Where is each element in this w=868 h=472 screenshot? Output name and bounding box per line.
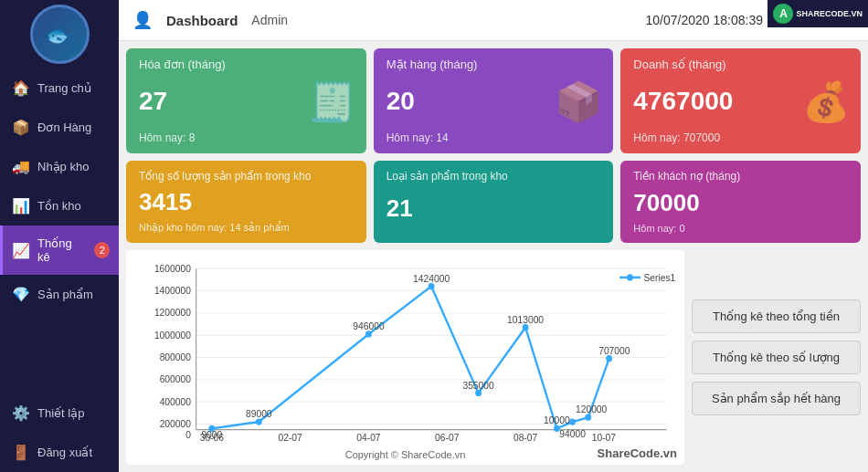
sidebar-item-label: Thống kê (37, 236, 83, 264)
svg-point-25 (256, 418, 262, 425)
main-panel: 👤 Dashboard Admin 10/07/2020 18:08:39 A … (119, 0, 868, 472)
copyright: Copyright © ShareCode.vn (345, 449, 466, 460)
svg-text:02-07: 02-07 (278, 431, 302, 442)
sharecode-label: ShareCode.vn (598, 446, 677, 460)
card2-sub: Nhập kho hôm nay: 14 sản phẩm (139, 222, 354, 234)
inventory-icon: 📊 (12, 197, 30, 215)
sidebar-item-label: Đăng xuất (37, 446, 92, 459)
svg-point-27 (429, 283, 435, 289)
stats-row-2: Tổng số lượng sản phẩm trong kho 3415 Nh… (126, 161, 861, 243)
btn-quantity[interactable]: Thống kê theo số lượng (692, 341, 861, 374)
svg-text:9000: 9000 (201, 429, 222, 440)
header-datetime: 10/07/2020 18:08:39 (646, 13, 763, 27)
svg-text:600000: 600000 (160, 373, 191, 384)
bottom-section: 1600000 1400000 1200000 1000000 800000 6… (126, 250, 861, 465)
logo-circle: 🐟 (30, 5, 90, 64)
svg-text:06-07: 06-07 (435, 431, 459, 442)
sidebar-item-products[interactable]: 💎 Sản phẩm (0, 275, 119, 314)
sidebar-item-label: Nhập kho (37, 160, 89, 173)
content: Hóa đơn (tháng) 27 Hôm nay: 8 🧾 Mặt hàng… (119, 41, 868, 472)
svg-point-29 (523, 324, 529, 330)
stat-card2: Tiền khách nợ (tháng) 70000 Hôm nay: 0 (620, 161, 861, 243)
sidebar-item-label: Thiết lập (37, 406, 84, 420)
sidebar-bottom-items: ⚙️ Thiết lập🚪 Đăng xuất (0, 393, 119, 472)
svg-point-32 (585, 414, 591, 421)
sidebar-item-stats[interactable]: 📈 Thống kê 2 (0, 226, 119, 275)
card2-title: Tiền khách nợ (tháng) (633, 170, 848, 183)
sidebar-item-settings[interactable]: ⚙️ Thiết lập (0, 393, 119, 433)
stats-row-1: Hóa đơn (tháng) 27 Hôm nay: 8 🧾 Mặt hàng… (126, 48, 861, 153)
sidebar-item-label: Sản phẩm (37, 288, 93, 301)
stat-card: Hóa đơn (tháng) 27 Hôm nay: 8 🧾 (126, 48, 366, 153)
brand-name: SHARECODE.VN (796, 9, 863, 18)
card-title: Mặt hàng (tháng) (386, 58, 601, 71)
revenue-chart: 1600000 1400000 1200000 1000000 800000 6… (133, 257, 677, 457)
user-icon: 👤 (132, 10, 153, 30)
sidebar-items: 🏠 Trang chủ 📦 Đơn Hàng 🚚 Nhập kho 📊 Tồn … (0, 68, 119, 314)
logout-icon: 🚪 (12, 444, 30, 461)
header-title: Dashboard (166, 13, 238, 28)
card2-value: 70000 (633, 189, 848, 217)
svg-text:120000: 120000 (576, 404, 607, 414)
svg-text:355000: 355000 (462, 379, 493, 390)
svg-text:Series1: Series1 (643, 271, 675, 282)
card2-title: Loại sản phẩm trong kho (386, 170, 601, 183)
sidebar-item-label: Tồn kho (37, 199, 81, 213)
svg-point-33 (606, 355, 612, 362)
btn-total-money[interactable]: Thống kê theo tổng tiền (692, 299, 861, 333)
stat-card2: Loại sản phẩm trong kho 21 (374, 161, 614, 243)
buttons-panel: Thống kê theo tổng tiềnThống kê theo số … (692, 250, 861, 465)
sidebar-item-inventory[interactable]: 📊 Tồn kho (0, 186, 119, 226)
chart-area: 1600000 1400000 1200000 1000000 800000 6… (126, 250, 684, 465)
svg-text:1400000: 1400000 (154, 285, 191, 296)
svg-text:89000: 89000 (246, 408, 272, 419)
stat-card: Mặt hàng (tháng) 20 Hôm nay: 14 📦 (374, 48, 614, 153)
svg-point-45 (627, 274, 633, 280)
svg-text:94000: 94000 (559, 428, 586, 439)
svg-text:08-07: 08-07 (513, 431, 537, 442)
badge: 2 (94, 242, 110, 258)
svg-text:1200000: 1200000 (154, 307, 191, 318)
settings-icon: ⚙️ (12, 404, 30, 422)
card-icon: 📦 (555, 79, 602, 123)
header-admin: Admin (251, 13, 288, 27)
sidebar: 🐟 🏠 Trang chủ 📦 Đơn Hàng 🚚 Nhập kho 📊 Tồ… (0, 0, 119, 472)
products-icon: 💎 (12, 286, 30, 303)
svg-text:707000: 707000 (598, 345, 630, 356)
card-title: Hóa đơn (tháng) (139, 58, 354, 71)
svg-text:1000000: 1000000 (154, 330, 191, 341)
orders-icon: 📦 (12, 119, 30, 136)
stat-card: Doanh số (tháng) 4767000 Hôm nay: 707000… (620, 48, 861, 153)
card-icon: 🧾 (308, 79, 355, 123)
svg-text:1013000: 1013000 (507, 313, 544, 324)
svg-point-31 (569, 418, 576, 425)
svg-point-28 (475, 390, 482, 396)
logo-icon: 🐟 (46, 22, 73, 47)
svg-point-26 (365, 330, 372, 337)
card2-title: Tổng số lượng sản phẩm trong kho (139, 170, 354, 183)
header: 👤 Dashboard Admin 10/07/2020 18:08:39 A … (119, 0, 868, 41)
sidebar-item-home[interactable]: 🏠 Trang chủ (0, 68, 119, 108)
sidebar-bottom: ⚙️ Thiết lập🚪 Đăng xuất (0, 393, 119, 472)
svg-text:800000: 800000 (160, 351, 191, 362)
card2-value: 3415 (139, 188, 354, 216)
btn-low-stock[interactable]: Sản phẩm sắp hết hàng (692, 382, 861, 415)
card-sub: Hôm nay: 14 (386, 131, 601, 144)
sidebar-item-import[interactable]: 🚚 Nhập kho (0, 147, 119, 186)
card-sub: Hôm nay: 8 (139, 131, 354, 144)
svg-text:400000: 400000 (160, 396, 191, 407)
sidebar-item-orders[interactable]: 📦 Đơn Hàng (0, 108, 119, 147)
svg-text:10000: 10000 (544, 414, 570, 425)
card-title: Doanh số (tháng) (633, 58, 848, 71)
import-icon: 🚚 (12, 158, 30, 175)
card2-sub: Hôm nay: 0 (633, 223, 848, 234)
svg-text:04-07: 04-07 (356, 431, 380, 442)
sidebar-item-label: Trang chủ (37, 81, 91, 95)
svg-text:10-07: 10-07 (592, 431, 616, 442)
svg-text:946000: 946000 (353, 320, 384, 331)
svg-text:0: 0 (185, 429, 191, 440)
sidebar-item-label: Đơn Hàng (37, 121, 91, 134)
sidebar-item-logout[interactable]: 🚪 Đăng xuất (0, 433, 119, 472)
stat-card2: Tổng số lượng sản phẩm trong kho 3415 Nh… (126, 161, 366, 243)
home-icon: 🏠 (12, 79, 30, 97)
